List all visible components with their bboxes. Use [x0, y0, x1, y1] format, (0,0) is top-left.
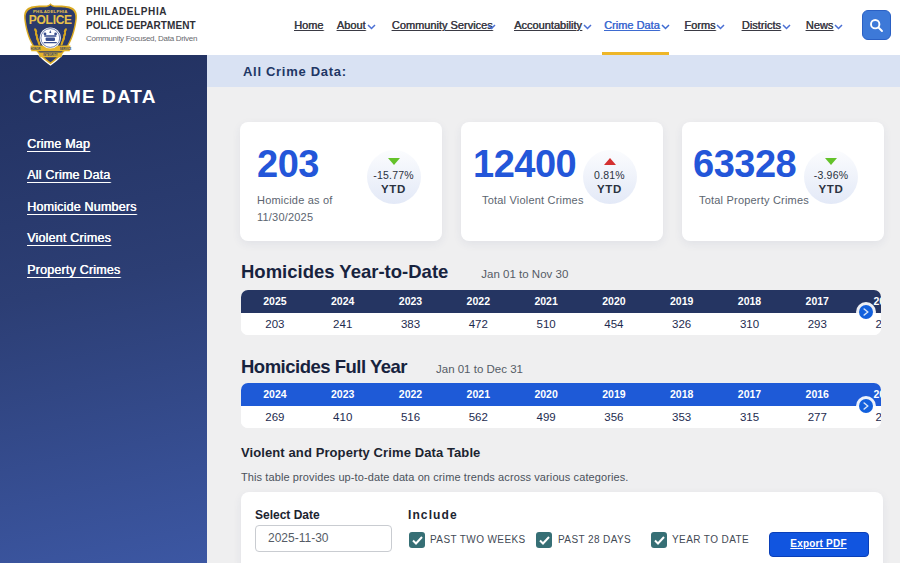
svg-text:SERVICE: SERVICE [60, 47, 72, 51]
svg-text:POLICE: POLICE [29, 13, 72, 27]
svg-text:INTEGRITY: INTEGRITY [43, 53, 58, 57]
svg-text:HONOR: HONOR [30, 47, 40, 51]
